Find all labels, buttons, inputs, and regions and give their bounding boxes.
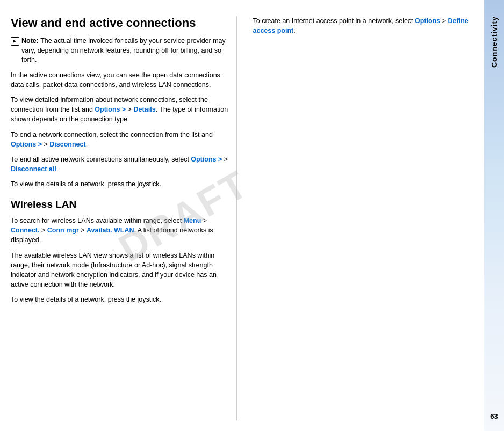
availab-wlan-link[interactable]: Availab. WLAN bbox=[87, 227, 134, 234]
main-content: DRAFT View and end active connections No… bbox=[0, 0, 484, 431]
para3-prefix: To end a network connection, select the … bbox=[11, 131, 213, 138]
para-joystick-1: To view the details of a network, press … bbox=[11, 179, 231, 189]
para4-suffix: . bbox=[56, 165, 58, 173]
right-prefix: To create an Internet access point in a … bbox=[253, 17, 415, 25]
options-link-1[interactable]: Options > bbox=[95, 106, 126, 113]
connect-link[interactable]: Connect. bbox=[11, 227, 39, 234]
para4-gt: > bbox=[222, 156, 228, 163]
left-column: View and end active connections Note: Th… bbox=[11, 16, 237, 420]
para-wlan-search: To search for wireless LANs available wi… bbox=[11, 216, 231, 245]
para-view-details: To view detailed information about netwo… bbox=[11, 95, 231, 124]
options-link-2[interactable]: Options > bbox=[11, 141, 42, 148]
para-active-connections: In the active connections view, you can … bbox=[11, 70, 231, 90]
right-options-link[interactable]: Options bbox=[415, 17, 440, 25]
para-joystick-2: To view the details of a network, press … bbox=[11, 295, 231, 304]
note-text: Note: The actual time invoiced for calls… bbox=[21, 36, 231, 65]
page-number: 63 bbox=[490, 412, 498, 420]
para-end-all: To end all active network connections si… bbox=[11, 155, 231, 174]
wlan-sep1: > bbox=[201, 217, 207, 224]
para3-suffix: . bbox=[86, 141, 88, 148]
wlan-prefix: To search for wireless LANs available wi… bbox=[11, 217, 184, 224]
conn-mgr-link[interactable]: Conn mgr bbox=[47, 227, 79, 234]
para4-prefix: To end all active network connections si… bbox=[11, 156, 191, 163]
para3-gt: > bbox=[42, 141, 49, 148]
page-title: View and end active connections bbox=[11, 16, 231, 30]
sidebar-connectivity-label: Connectivity bbox=[490, 16, 499, 68]
disconnect-link[interactable]: Disconnect bbox=[49, 141, 85, 148]
menu-link[interactable]: Menu bbox=[184, 217, 201, 224]
wlan-sep3: > bbox=[79, 227, 87, 234]
right-suffix: . bbox=[293, 27, 295, 34]
para-wlan-view: The available wireless LAN view shows a … bbox=[11, 251, 231, 290]
details-link[interactable]: Details bbox=[134, 106, 156, 113]
note-icon bbox=[11, 37, 19, 46]
wlan-sep2: > bbox=[39, 227, 47, 234]
note-block: Note: The actual time invoiced for calls… bbox=[11, 36, 231, 65]
sidebar: Connectivity 63 bbox=[484, 0, 504, 431]
note-label: Note: bbox=[21, 37, 39, 45]
wlan-section-title: Wireless LAN bbox=[11, 199, 231, 210]
options-link-3[interactable]: Options > bbox=[191, 156, 222, 163]
right-sep: > bbox=[440, 17, 448, 25]
para2-gt1: > bbox=[126, 106, 133, 113]
para-create-access-point: To create an Internet access point in a … bbox=[253, 16, 473, 35]
note-body: The actual time invoiced for calls by yo… bbox=[21, 37, 226, 63]
right-column: To create an Internet access point in a … bbox=[248, 16, 473, 420]
disconnect-all-link[interactable]: Disconnect all bbox=[11, 165, 56, 173]
two-column-layout: View and end active connections Note: Th… bbox=[11, 16, 473, 420]
para-end-connection: To end a network connection, select the … bbox=[11, 130, 231, 149]
